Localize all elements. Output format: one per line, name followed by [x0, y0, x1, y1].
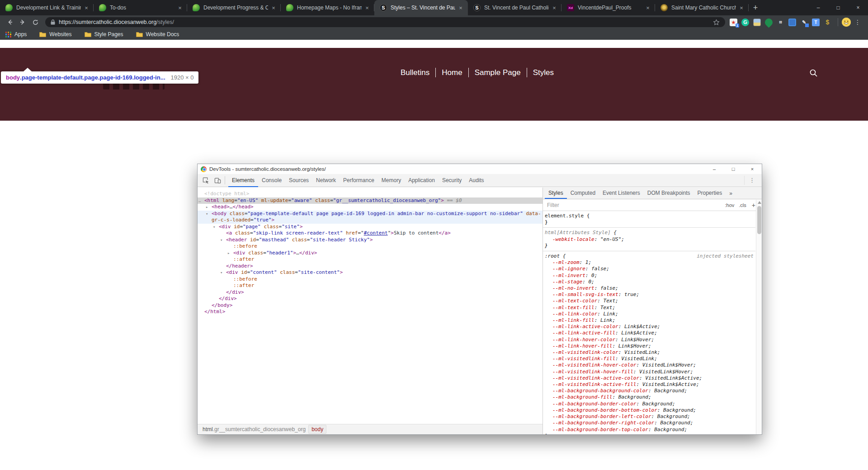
dom-tree-row[interactable]: ::before — [198, 243, 542, 250]
sidebar-tab-properties[interactable]: Properties — [693, 188, 726, 199]
css-property-value[interactable]: Background — [618, 394, 648, 400]
breadcrumb-item-body[interactable]: body — [308, 425, 326, 434]
devtools-menu-icon[interactable]: ⋮ — [744, 176, 760, 185]
ellipsis-icon[interactable]: … — [198, 197, 201, 204]
nav-link-styles[interactable]: Styles — [527, 68, 560, 77]
css-property[interactable]: --ml-visitedlink-hover-color: VisitedLin… — [545, 362, 755, 368]
css-property-value[interactable]: Link$Hover — [621, 337, 651, 343]
css-property[interactable]: --ml-invert: 0; — [545, 273, 755, 279]
dom-tree-row[interactable]: ▾<div id="page" class="site"> — [198, 224, 542, 230]
css-property-name[interactable]: --ml-background-border-bottom-color — [552, 407, 657, 413]
tab-close-icon[interactable]: × — [457, 5, 464, 11]
css-property-name[interactable]: --ml-link-hover-fill — [552, 343, 612, 349]
dom-tree-row[interactable]: …<html lang="en-US" ml-update="aware" cl… — [198, 197, 542, 204]
css-property[interactable]: --ml-zoom: 1; — [545, 259, 755, 266]
css-property-name[interactable]: --ml-zoom — [552, 259, 580, 265]
screen-capture-icon[interactable]: ⌗ — [777, 19, 784, 26]
nav-link-bulletins[interactable]: Bulletins — [401, 68, 435, 77]
bookmark-item[interactable]: Style Pages — [85, 31, 123, 38]
color-picker-icon[interactable]: ✎ — [800, 19, 808, 26]
dom-tree-row[interactable]: <!doctype html> — [198, 191, 542, 197]
css-property-name[interactable]: --ml-link-color — [552, 311, 597, 317]
css-property-value[interactable]: VisitedLink$Hover — [639, 369, 690, 375]
image-tool-icon[interactable] — [753, 19, 761, 26]
panel-tab-security[interactable]: Security — [439, 174, 465, 187]
css-property-name[interactable]: --ml-small-svg-is-text — [552, 291, 618, 297]
css-property-value[interactable]: Text — [604, 298, 616, 304]
css-property-name[interactable]: --ml-link-active-color — [552, 324, 618, 329]
panel-tab-sources[interactable]: Sources — [285, 174, 312, 187]
css-property-name[interactable]: --ml-ignore — [552, 266, 585, 272]
css-property[interactable]: --ml-visitedlink-hover-fill: VisitedLink… — [545, 369, 755, 375]
css-property[interactable]: --ml-stage: 0; — [545, 279, 755, 285]
expander-open-icon[interactable]: ▾ — [220, 237, 222, 244]
browser-tab[interactable]: SStyles – St. Vincent de Paul C× — [374, 0, 468, 15]
dom-tree-row[interactable]: ::before — [198, 276, 542, 283]
tab-close-icon[interactable]: × — [363, 5, 371, 11]
expander-open-icon[interactable]: ▾ — [206, 211, 208, 217]
dom-tree-row[interactable]: </html> — [198, 309, 542, 315]
expander-open-icon[interactable]: ▾ — [213, 224, 215, 230]
dom-tree-row[interactable]: ▸<div class="header1">…</div> — [198, 250, 542, 257]
expander-closed-icon[interactable]: ▸ — [227, 250, 230, 257]
css-property[interactable]: --ml-link-active-color: Link$Active; — [545, 324, 755, 330]
expander-closed-icon[interactable]: ▸ — [206, 204, 208, 211]
panel-tab-application[interactable]: Application — [405, 174, 439, 187]
css-property-value[interactable]: VisitedLink$Active — [642, 381, 696, 387]
search-icon[interactable] — [809, 69, 818, 77]
browser-tab[interactable]: To-dos× — [94, 0, 187, 15]
css-property-value[interactable]: VisitedLink — [624, 349, 657, 355]
css-rule[interactable]: element.style {} — [543, 211, 755, 228]
css-property-value[interactable]: Link$Active — [621, 330, 654, 336]
css-property[interactable]: --ml-background-background-color: Backgr… — [545, 388, 755, 394]
reload-icon[interactable] — [29, 16, 42, 28]
panel-tab-elements[interactable]: Elements — [228, 174, 258, 187]
new-style-rule-button[interactable]: + — [752, 202, 755, 209]
browser-tab[interactable]: Homepage Maps - No Ifram× — [281, 0, 374, 15]
dom-tree-row[interactable]: ::after — [198, 282, 542, 289]
css-property[interactable]: --ml-background-border-right-color: Back… — [545, 420, 755, 426]
close-icon[interactable]: × — [848, 0, 868, 15]
class-toggle[interactable]: .cls — [739, 202, 746, 208]
css-property-name[interactable]: --ml-background-border-color — [552, 401, 636, 407]
css-rule[interactable]: html[Attributes Style] {-webkit-locale: … — [543, 228, 755, 251]
css-property-value[interactable]: Background — [654, 388, 684, 394]
browser-tab[interactable]: XdVincentdePaul_Proofs× — [561, 0, 655, 15]
css-property[interactable]: --ml-background-fill: Background; — [545, 394, 755, 400]
browser-tab[interactable]: SSt. Vincent de Paul Catholic× — [468, 0, 561, 15]
devtools-minimize-icon[interactable]: – — [705, 164, 724, 174]
css-property[interactable]: --ml-background-border-color: Background… — [545, 401, 755, 407]
css-property[interactable]: -webkit-locale: "en-US"; — [545, 236, 755, 243]
dom-tree-row[interactable]: ▸<head>…</head> — [198, 204, 542, 211]
panel-tab-memory[interactable]: Memory — [378, 174, 405, 187]
devtools-maximize-icon[interactable]: □ — [724, 164, 743, 174]
css-property-value[interactable]: 1 — [585, 259, 589, 265]
css-property-value[interactable]: VisitedLink — [621, 356, 654, 362]
scrollbar-thumb[interactable] — [757, 206, 761, 234]
sidebar-tab-computed[interactable]: Computed — [567, 188, 599, 199]
css-property-name[interactable]: --ml-background-border-top-color — [552, 427, 648, 432]
tab-close-icon[interactable]: × — [270, 5, 277, 11]
css-property[interactable]: --ml-background-border-bottom-color: Bac… — [545, 407, 755, 414]
dom-tree-row[interactable]: ▾<body class="page-template-default page… — [198, 211, 542, 224]
devtools-titlebar[interactable]: DevTools - sumtercatholic.diocesanweb.or… — [198, 164, 762, 174]
selection-tool-icon[interactable] — [788, 19, 796, 26]
css-property[interactable]: --ml-visitedlink-color: VisitedLink; — [545, 349, 755, 356]
css-property-value[interactable]: 0 — [588, 279, 591, 285]
css-property-name[interactable]: --ml-visitedlink-fill — [552, 356, 615, 362]
css-property[interactable]: --ml-background-border-left-color: Backg… — [545, 414, 755, 420]
css-property-value[interactable]: Link$Active — [624, 324, 657, 329]
nav-link-home[interactable]: Home — [436, 68, 468, 77]
sidebar-tab-styles[interactable]: Styles — [545, 188, 567, 199]
dom-tree-row[interactable]: ▾<div id="content" class="site-content"> — [198, 269, 542, 276]
css-property-name[interactable]: --ml-link-active-fill — [552, 330, 615, 336]
map-pin-icon[interactable] — [763, 17, 774, 28]
css-property-name[interactable]: --ml-visitedlink-hover-fill — [552, 369, 633, 375]
css-selector[interactable]: html[Attributes Style] — [545, 230, 611, 235]
browser-tab[interactable]: Development Link & Trainin× — [0, 0, 94, 15]
panel-tab-network[interactable]: Network — [312, 174, 340, 187]
css-property[interactable]: --ml-small-svg-is-text: true; — [545, 291, 755, 298]
hover-state-toggle[interactable]: :hov — [725, 202, 735, 208]
dom-tree-row[interactable]: ::after — [198, 256, 542, 263]
css-property-value[interactable]: true — [624, 291, 637, 297]
